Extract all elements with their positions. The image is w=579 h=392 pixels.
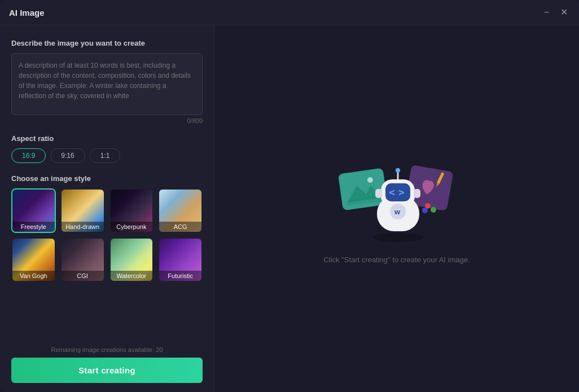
style-cgi-label: CGI bbox=[62, 271, 104, 281]
description-label: Describe the image you want to create bbox=[11, 39, 203, 47]
svg-rect-14 bbox=[414, 189, 420, 198]
style-hand-drawn-label: Hand-drawn bbox=[62, 222, 104, 232]
svg-text:>: > bbox=[398, 186, 405, 198]
aspect-ratio-section: Aspect ratio 16:9 9:16 1:1 bbox=[11, 134, 203, 163]
style-cgi[interactable]: CGI bbox=[60, 237, 105, 282]
style-grid: Freestyle Hand-drawn Cyberpunk ACG bbox=[11, 188, 203, 282]
start-creating-button[interactable]: Start creating bbox=[11, 358, 203, 383]
remaining-text: Remaining image creations available: 20 bbox=[11, 346, 203, 353]
style-cyberpunk-label: Cyberpunk bbox=[111, 222, 153, 232]
style-watercolor-label: Watercolor bbox=[111, 271, 153, 281]
style-acg[interactable]: ACG bbox=[158, 188, 203, 233]
svg-point-16 bbox=[396, 168, 400, 173]
style-van-gogh[interactable]: Van Gogh bbox=[11, 237, 56, 282]
aspect-ratio-buttons: 16:9 9:16 1:1 bbox=[11, 148, 203, 163]
aspect-ratio-16-9[interactable]: 16:9 bbox=[11, 148, 46, 163]
style-section: Choose an image style Freestyle Hand-dra… bbox=[11, 174, 203, 282]
char-count: 0/800 bbox=[11, 117, 203, 124]
style-van-gogh-label: Van Gogh bbox=[12, 271, 55, 281]
style-freestyle[interactable]: Freestyle bbox=[11, 188, 56, 233]
svg-point-7 bbox=[372, 233, 423, 242]
svg-text:<: < bbox=[389, 186, 395, 198]
style-label: Choose an image style bbox=[11, 174, 203, 183]
title-bar: AI Image − ✕ bbox=[0, 0, 579, 25]
aspect-ratio-9-16[interactable]: 9:16 bbox=[50, 148, 85, 163]
robot-illustration: < > w bbox=[335, 154, 459, 244]
style-futuristic[interactable]: Futuristic bbox=[158, 237, 203, 282]
style-hand-drawn[interactable]: Hand-drawn bbox=[60, 188, 105, 233]
main-content: Describe the image you want to create 0/… bbox=[0, 25, 579, 392]
style-watercolor[interactable]: Watercolor bbox=[109, 237, 154, 282]
aspect-ratio-label: Aspect ratio bbox=[11, 134, 203, 143]
left-panel: Describe the image you want to create 0/… bbox=[0, 25, 214, 392]
right-panel: < > w Click "Start creating" to create y… bbox=[214, 25, 579, 392]
style-cyberpunk[interactable]: Cyberpunk bbox=[109, 188, 154, 233]
minimize-button[interactable]: − bbox=[542, 7, 551, 18]
description-textarea[interactable] bbox=[11, 53, 203, 115]
placeholder-text: Click "Start creating" to create your AI… bbox=[323, 256, 470, 264]
svg-point-21 bbox=[422, 208, 428, 213]
window-controls: − ✕ bbox=[542, 7, 570, 18]
style-acg-label: ACG bbox=[159, 222, 201, 232]
app-window: AI Image − ✕ Describe the image you want… bbox=[0, 0, 579, 392]
style-freestyle-label: Freestyle bbox=[12, 222, 55, 232]
style-futuristic-label: Futuristic bbox=[159, 271, 201, 281]
window-title: AI Image bbox=[9, 8, 45, 17]
svg-rect-13 bbox=[375, 189, 382, 198]
svg-point-20 bbox=[431, 207, 436, 213]
footer-area: Remaining image creations available: 20 … bbox=[11, 346, 203, 383]
svg-text:w: w bbox=[394, 208, 401, 216]
close-button[interactable]: ✕ bbox=[558, 7, 570, 18]
aspect-ratio-1-1[interactable]: 1:1 bbox=[90, 148, 121, 163]
